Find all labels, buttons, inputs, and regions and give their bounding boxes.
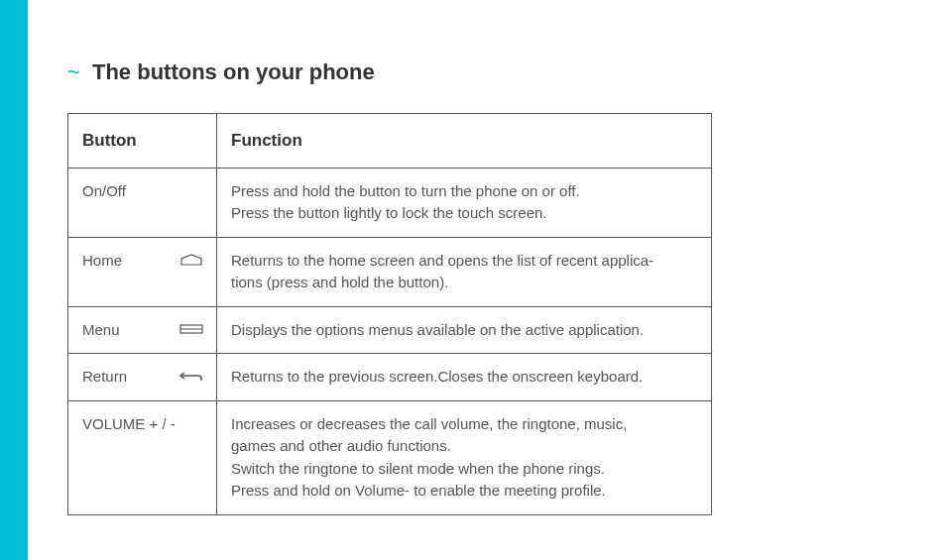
button-cell-home: Home	[68, 237, 217, 306]
table-row: VOLUME + / - Increases or decreases the …	[68, 400, 712, 514]
function-line: Switch the ringtone to silent mode when …	[231, 458, 697, 481]
table-header-button: Button	[68, 114, 217, 168]
function-cell: Press and hold the button to turn the ph…	[217, 168, 712, 237]
function-cell: Increases or decreases the call volume, …	[217, 400, 712, 514]
function-line: Increases or decreases the call volume, …	[231, 413, 697, 436]
function-line: Displays the options menus available on …	[231, 319, 697, 342]
section-heading: ~ The buttons on your phone	[67, 59, 906, 85]
button-label: Home	[82, 250, 122, 273]
menu-icon	[178, 320, 204, 343]
button-cell-menu: Menu	[68, 306, 217, 354]
table-row: Menu Displays the options menus availabl…	[68, 306, 712, 354]
table-row: Return Returns to the previous screen.Cl…	[68, 354, 712, 401]
return-icon	[178, 367, 204, 390]
function-cell: Displays the options menus available on …	[217, 306, 712, 354]
heading-title: The buttons on your phone	[92, 59, 375, 84]
table-header-function: Function	[217, 114, 712, 168]
button-cell-return: Return	[68, 354, 217, 401]
side-accent-strip	[0, 0, 28, 560]
function-line: Returns to the previous screen.Closes th…	[231, 366, 697, 389]
button-label: Menu	[82, 319, 120, 342]
heading-prefix: ~	[67, 59, 80, 84]
button-cell-onoff: On/Off	[68, 168, 217, 237]
function-cell: Returns to the home screen and opens the…	[217, 237, 712, 306]
function-line: games and other audio functions.	[231, 435, 697, 458]
function-line: tions (press and hold the button).	[231, 272, 697, 294]
button-label: VOLUME + / -	[82, 413, 176, 436]
table-row: On/Off Press and hold the button to turn…	[68, 168, 712, 237]
home-icon	[178, 251, 204, 274]
button-cell-volume: VOLUME + / -	[68, 400, 217, 514]
button-label: Return	[82, 366, 127, 389]
buttons-table: Button Function On/Off Press and hold th…	[67, 113, 712, 515]
function-line: Press and hold on Volume- to enable the …	[231, 480, 697, 503]
button-label: On/Off	[82, 180, 126, 203]
function-cell: Returns to the previous screen.Closes th…	[217, 354, 712, 401]
function-line: Press the button lightly to lock the tou…	[231, 202, 697, 225]
function-line: Returns to the home screen and opens the…	[231, 250, 697, 273]
document-content: ~ The buttons on your phone Button Funct…	[28, 0, 946, 560]
table-row: Home Returns to the home screen and open…	[68, 237, 712, 306]
function-line: Press and hold the button to turn the ph…	[231, 180, 697, 203]
